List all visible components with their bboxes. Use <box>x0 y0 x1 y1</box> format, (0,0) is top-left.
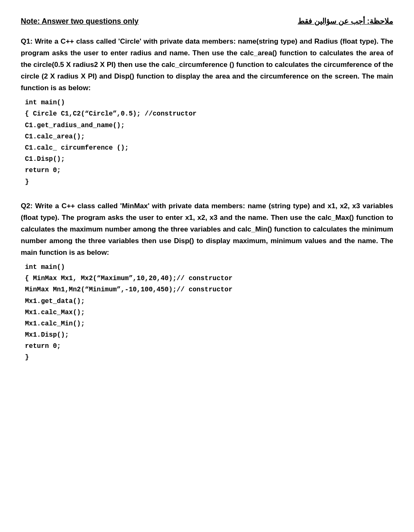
q1-code-line-2: C1.get_radius_and_name(); <box>25 120 393 131</box>
header-row: Note: Answer two questions only ملاحظة: … <box>21 17 393 26</box>
q1-code-line-5: C1.Disp(); <box>25 154 393 165</box>
note-text: Note: Answer two questions only <box>21 17 138 26</box>
q2-code-line-5: Mx1.calc_Min(); <box>25 318 393 330</box>
q2-code-line-3: Mx1.get_data(); <box>25 296 393 307</box>
q2-label: Q2: <box>21 202 32 210</box>
q2-code-line-2: MinMax Mn1,Mn2(“Minimum”,-10,100,450);//… <box>25 284 393 296</box>
question-2-block: Q2: Write a C++ class called 'MinMax' wi… <box>21 200 393 364</box>
q2-code-line-1: { MinMax Mx1, Mx2(“Maximum”,10,20,40);//… <box>25 273 393 284</box>
q1-code-line-0: int main() <box>25 97 393 108</box>
q1-code-line-1: { Circle C1,C2(“Circle”,0.5); //construc… <box>25 108 393 120</box>
question-2-text: Q2: Write a C++ class called 'MinMax' wi… <box>21 200 393 259</box>
arabic-note: ملاحظة: أجب عن سؤالين فقط <box>298 17 393 26</box>
q2-code-block: int main() { MinMax Mx1, Mx2(“Maximum”,1… <box>25 262 393 364</box>
question-1-block: Q1: Write a C++ class called 'Circle' wi… <box>21 36 393 188</box>
q2-code-line-6: Mx1.Disp(); <box>25 330 393 341</box>
q1-label: Q1: <box>21 37 32 45</box>
q2-code-line-8: } <box>25 352 393 363</box>
question-1-text: Q1: Write a C++ class called 'Circle' wi… <box>21 36 393 94</box>
q1-code-line-7: } <box>25 177 393 188</box>
q1-body: Write a C++ class called 'Circle' with p… <box>21 37 393 92</box>
q1-code-block: int main() { Circle C1,C2(“Circle”,0.5);… <box>25 97 393 188</box>
q1-code-line-4: C1.calc_ circumference (); <box>25 143 393 154</box>
q1-code-line-6: return 0; <box>25 165 393 176</box>
q1-code-line-3: C1.calc_area(); <box>25 131 393 143</box>
q2-code-line-4: Mx1.calc_Max(); <box>25 307 393 318</box>
q2-code-line-7: return 0; <box>25 341 393 352</box>
q2-body: Write a C++ class called 'MinMax' with p… <box>21 202 393 256</box>
q2-code-line-0: int main() <box>25 262 393 273</box>
